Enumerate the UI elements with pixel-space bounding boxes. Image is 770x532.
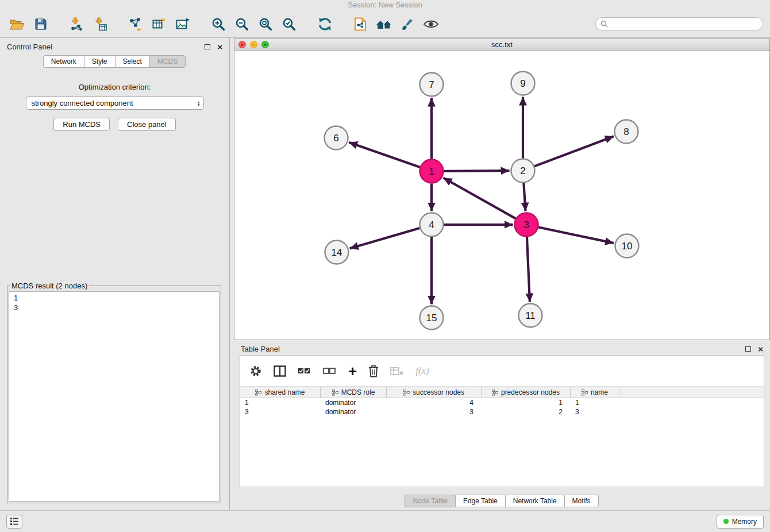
tab-node-table[interactable]: Node Table — [405, 495, 456, 507]
graph-edge-2-8[interactable] — [534, 136, 614, 166]
mcds-result-box[interactable]: 13 — [9, 291, 220, 502]
tab-network[interactable]: Network — [43, 55, 84, 68]
export-table-button[interactable] — [149, 13, 170, 36]
graph-node-14[interactable]: 14 — [325, 241, 349, 264]
toggle-panels-button[interactable] — [6, 515, 22, 529]
table-row[interactable]: 3dominator323 — [240, 407, 764, 417]
show-columns-button[interactable] — [274, 365, 286, 377]
graph-node-6[interactable]: 6 — [325, 126, 348, 150]
float-panel-icon[interactable] — [205, 44, 210, 49]
graph-node-8[interactable]: 8 — [615, 120, 638, 144]
deselect-all-columns-button[interactable] — [323, 366, 337, 376]
graph-node-11[interactable]: 11 — [519, 304, 542, 327]
panel-splitter[interactable] — [230, 38, 234, 510]
window-close-icon[interactable]: × — [238, 41, 246, 48]
window-minimize-icon[interactable]: − — [250, 41, 257, 48]
table-body: 1dominator4113dominator323 — [240, 398, 764, 417]
zoom-out-button[interactable] — [232, 13, 252, 36]
network-window-title: scc.txt — [234, 40, 769, 49]
node-label: 7 — [429, 79, 434, 90]
window-titlebar: Session: New Session — [0, 0, 770, 10]
import-network-button[interactable] — [66, 13, 87, 36]
node-label: 4 — [429, 219, 434, 230]
table-cell[interactable]: 2 — [482, 408, 571, 416]
search-input[interactable] — [611, 20, 758, 28]
delete-column-button[interactable] — [368, 365, 379, 377]
refresh-view-button[interactable] — [314, 13, 335, 36]
zoom-in-button[interactable] — [208, 13, 229, 36]
main-toolbar — [0, 10, 770, 38]
graph-node-3[interactable]: 3 — [515, 213, 538, 237]
attribute-tree-icon — [582, 390, 588, 396]
table-cell[interactable]: 3 — [240, 408, 321, 416]
tab-style[interactable]: Style — [84, 55, 116, 68]
tab-network-table[interactable]: Network Table — [505, 495, 565, 507]
table-cell[interactable]: 3 — [387, 408, 482, 416]
graph-edge-2-3[interactable] — [523, 183, 525, 211]
optimization-criterion-select[interactable]: strongly connected component ▴▾ — [26, 97, 204, 110]
graph-edge-1-6[interactable] — [349, 142, 420, 167]
column-header-MCDS-role[interactable]: MCDS role — [321, 387, 387, 398]
graph-edge-1-2[interactable] — [444, 171, 509, 171]
graph-node-7[interactable]: 7 — [420, 73, 444, 97]
open-session-button[interactable] — [7, 13, 28, 36]
attribute-tree-icon — [403, 390, 410, 396]
zoom-selected-button[interactable] — [279, 13, 299, 36]
graph-node-1[interactable]: 1 — [420, 160, 444, 183]
export-network-button[interactable] — [125, 13, 146, 36]
graph-node-15[interactable]: 15 — [420, 306, 444, 330]
table-cell[interactable]: 1 — [482, 399, 571, 407]
table-cell[interactable]: 1 — [240, 399, 321, 407]
graph-node-10[interactable]: 10 — [615, 234, 639, 258]
save-session-button[interactable] — [30, 13, 51, 36]
table-cell[interactable]: dominator — [321, 408, 387, 416]
run-mcds-button[interactable]: Run MCDS — [53, 118, 110, 131]
column-header-shared-name[interactable]: shared name — [240, 387, 321, 398]
graph-edge-4-14[interactable] — [350, 228, 420, 248]
column-header-predecessor-nodes[interactable]: predecessor nodes — [482, 387, 571, 398]
network-canvas[interactable]: 7968124314101511 — [234, 51, 769, 340]
tab-motifs[interactable]: Motifs — [564, 495, 599, 507]
graph-edge-3-1[interactable] — [443, 178, 515, 219]
graph-edge-3-10[interactable] — [538, 227, 614, 243]
close-table-panel-icon[interactable]: × — [758, 345, 763, 353]
select-all-columns-button[interactable] — [298, 366, 311, 376]
attribute-tree-icon — [255, 390, 261, 396]
import-table-button[interactable] — [90, 13, 110, 36]
graph-node-2[interactable]: 2 — [511, 159, 535, 183]
delete-table-button[interactable] — [390, 366, 404, 376]
table-cell[interactable]: 4 — [387, 399, 482, 407]
add-column-button[interactable]: + — [348, 364, 357, 379]
graph-node-4[interactable]: 4 — [420, 213, 444, 237]
column-header-successor-nodes[interactable]: successor nodes — [387, 387, 482, 398]
node-label: 15 — [426, 313, 437, 323]
memory-button[interactable]: Memory — [717, 515, 764, 529]
tab-select[interactable]: Select — [115, 55, 150, 68]
window-zoom-icon[interactable]: + — [261, 41, 269, 48]
graph-node-9[interactable]: 9 — [511, 72, 535, 95]
tab-edge-table[interactable]: Edge Table — [455, 495, 506, 507]
float-table-panel-icon[interactable] — [745, 346, 751, 352]
home-layout-button[interactable] — [374, 13, 394, 36]
save-icon — [34, 18, 47, 30]
table-settings-button[interactable] — [249, 365, 262, 377]
column-header-name[interactable]: name — [571, 387, 619, 398]
table-row[interactable]: 1dominator411 — [240, 398, 764, 407]
table-cell[interactable]: dominator — [321, 399, 387, 407]
node-label: 8 — [623, 126, 629, 137]
table-cell[interactable]: 1 — [571, 399, 619, 407]
close-panel-button[interactable]: Close panel — [118, 118, 176, 131]
table-column-headers: shared nameMCDS rolesuccessor nodesprede… — [240, 387, 764, 398]
graph-edge-3-11[interactable] — [527, 237, 530, 302]
zoom-fit-button[interactable] — [255, 13, 276, 36]
close-panel-icon[interactable]: × — [217, 43, 222, 51]
network-table-icon — [152, 18, 166, 30]
attribute-tree-icon — [492, 390, 498, 396]
show-hide-details-button[interactable] — [421, 13, 441, 36]
table-cell[interactable]: 3 — [571, 408, 619, 416]
function-builder-button[interactable]: f(x) — [415, 365, 429, 377]
export-image-button[interactable] — [172, 13, 193, 36]
document-share-button[interactable] — [350, 13, 371, 36]
apply-style-button[interactable] — [397, 13, 418, 36]
tab-mcds[interactable]: MCDS — [149, 55, 186, 68]
